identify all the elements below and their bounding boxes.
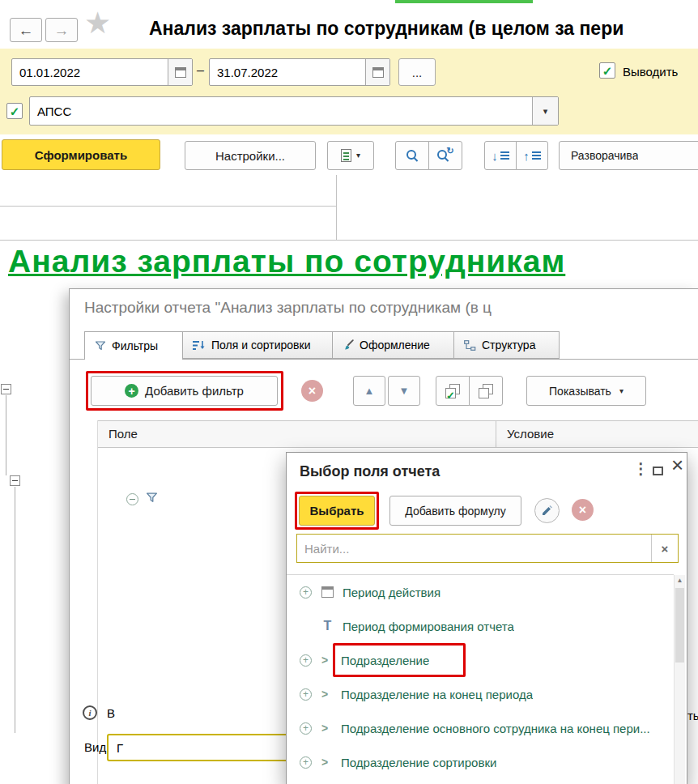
- select-label: Выбрать: [310, 504, 364, 518]
- clear-button-disabled[interactable]: [572, 499, 594, 521]
- check-all-icon: [445, 384, 460, 398]
- select-button[interactable]: Выбрать: [299, 496, 375, 526]
- tree-collapse-toggle[interactable]: [1, 384, 11, 394]
- filter-row-expander-icon[interactable]: [126, 493, 138, 505]
- move-up-button[interactable]: [353, 376, 385, 406]
- tab-label: Поля и сортировки: [211, 339, 311, 352]
- list-item[interactable]: Подразделение на конец периода: [287, 677, 674, 711]
- x-icon: [309, 385, 316, 398]
- search-button-group: [395, 141, 462, 170]
- org-combo[interactable]: АПСС: [29, 96, 559, 126]
- calendar-picker-button[interactable]: [365, 59, 389, 85]
- list-item[interactable]: Период действия: [287, 575, 674, 609]
- settings-button[interactable]: Настройки...: [185, 141, 316, 170]
- period-dash: –: [197, 63, 204, 78]
- list-item[interactable]: Период формирования отчета: [287, 609, 674, 643]
- list-item[interactable]: Подразделение: [287, 643, 674, 677]
- sort-descending-button[interactable]: [484, 141, 517, 170]
- menu-dots-icon[interactable]: [633, 461, 649, 476]
- scroll-thumb[interactable]: [675, 588, 684, 663]
- check-all-button[interactable]: [436, 376, 470, 406]
- tab-structure[interactable]: Структура: [453, 331, 560, 359]
- info-text-fragment-right: ты: [687, 709, 698, 722]
- expand-to-label: Разворачива: [571, 149, 638, 162]
- expand-plus-icon[interactable]: [300, 688, 312, 701]
- settings-label: Настройки...: [215, 149, 285, 163]
- tab-appearance[interactable]: Оформление: [332, 331, 454, 359]
- search-input[interactable]: [297, 535, 651, 562]
- scroll-up-button[interactable]: [675, 575, 685, 586]
- close-icon[interactable]: [671, 454, 683, 475]
- expand-plus-icon[interactable]: [300, 586, 312, 599]
- report-gridline: [336, 175, 337, 240]
- edit-button[interactable]: [534, 498, 560, 523]
- output-checkbox-label: Выводить: [623, 65, 678, 79]
- search-repeat-button[interactable]: [428, 141, 462, 170]
- add-formula-button[interactable]: Добавить формулу: [389, 496, 521, 526]
- pencil-icon: [541, 505, 553, 517]
- chevron-right-icon: [321, 654, 332, 666]
- x-icon: [662, 543, 669, 555]
- calendar-icon: [175, 67, 186, 78]
- clear-search-button[interactable]: [651, 535, 678, 562]
- plus-icon: [125, 384, 138, 398]
- arrow-down-icon: [492, 150, 498, 162]
- maximize-icon[interactable]: [653, 467, 663, 475]
- uncheck-all-button[interactable]: [469, 376, 503, 406]
- expand-plus-icon[interactable]: [300, 654, 312, 667]
- text-type-icon: [321, 620, 334, 633]
- calendar-picker-button[interactable]: [168, 59, 192, 85]
- expand-to-button[interactable]: Разворачива: [559, 141, 698, 170]
- tree-collapse-toggle[interactable]: [10, 475, 20, 486]
- arrow-up-icon: [364, 386, 375, 396]
- favorite-star-icon[interactable]: [84, 8, 111, 38]
- chevron-down-icon: [619, 387, 624, 395]
- active-tab-indicator: [395, 0, 533, 3]
- report-variants-button[interactable]: [327, 141, 374, 170]
- view-control-value: Г: [117, 741, 123, 755]
- brush-icon: [343, 339, 354, 351]
- show-dropdown-button[interactable]: Показывать: [526, 376, 646, 406]
- chevron-right-icon: [321, 756, 332, 768]
- add-formula-label: Добавить формулу: [405, 505, 506, 518]
- arrow-up-icon: [523, 150, 530, 162]
- field-choice-dialog: Выбор поля отчета Выбрать Добавить форму…: [286, 452, 687, 784]
- expand-plus-icon[interactable]: [300, 756, 312, 769]
- org-combo-value: АПСС: [30, 104, 532, 118]
- forward-button[interactable]: [45, 18, 78, 42]
- add-filter-button[interactable]: Добавить фильтр: [91, 376, 278, 406]
- filter-funnel-icon: [95, 340, 106, 352]
- list-item[interactable]: Подразделение сортировки: [287, 745, 674, 779]
- remove-filter-button-disabled[interactable]: [301, 380, 323, 402]
- period-from-input[interactable]: 01.01.2022: [11, 58, 193, 86]
- tab-fields-sorting[interactable]: Поля и сортировки: [182, 331, 333, 359]
- field-list: Период действия Период формирования отче…: [287, 574, 674, 784]
- search-field: [296, 534, 679, 563]
- period-variants-button[interactable]: ...: [398, 58, 436, 86]
- expand-plus-icon[interactable]: [300, 722, 312, 735]
- field-label: Подразделение сортировки: [341, 756, 496, 769]
- search-button[interactable]: [395, 141, 429, 170]
- calendar-icon: [372, 67, 384, 78]
- calendar-icon: [321, 586, 334, 598]
- view-label: Вид:: [84, 740, 109, 754]
- generate-button[interactable]: Сформировать: [2, 139, 160, 170]
- show-label: Показывать: [549, 385, 611, 398]
- output-checkbox[interactable]: [599, 62, 615, 79]
- combo-dropdown-button[interactable]: [532, 97, 558, 125]
- org-checkbox[interactable]: [6, 103, 23, 119]
- field-label: Подразделение на конец периода: [341, 688, 533, 701]
- report-gridline: [0, 240, 698, 241]
- tab-filters[interactable]: Фильтры: [84, 331, 183, 360]
- back-button[interactable]: [10, 18, 42, 42]
- field-label: Подразделение основного сотрудника на ко…: [341, 722, 650, 735]
- scrollbar[interactable]: [674, 575, 685, 784]
- report-variant-icon: [341, 149, 351, 162]
- sort-ascending-button[interactable]: [516, 141, 548, 170]
- column-header-field: Поле: [109, 427, 138, 441]
- list-item[interactable]: Подразделение основного сотрудника на ко…: [287, 711, 674, 745]
- move-down-button[interactable]: [388, 376, 420, 406]
- filter-group-icon: [146, 492, 158, 504]
- period-to-input[interactable]: 31.07.2022: [209, 58, 390, 86]
- arrow-down-icon: [399, 386, 410, 396]
